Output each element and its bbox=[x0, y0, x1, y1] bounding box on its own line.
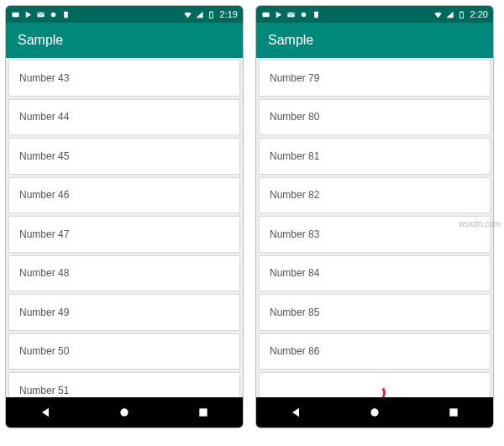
home-icon[interactable] bbox=[118, 406, 131, 419]
list-item[interactable]: Number 81 bbox=[259, 138, 491, 175]
list-item[interactable]: Number 79 bbox=[259, 60, 491, 97]
list-item-label: Number 44 bbox=[19, 111, 69, 123]
app-title: Sample bbox=[268, 33, 313, 48]
signal-icon bbox=[195, 10, 204, 19]
status-left-icons bbox=[261, 10, 321, 19]
mail-icon bbox=[36, 10, 45, 19]
youtube-icon bbox=[11, 10, 20, 19]
list-view[interactable]: Number 43 Number 44 Number 45 Number 46 … bbox=[6, 58, 243, 397]
list-item[interactable]: Number 47 bbox=[8, 216, 240, 253]
list-item-label: Number 49 bbox=[19, 307, 69, 318]
svg-rect-4 bbox=[64, 11, 68, 17]
list-item[interactable]: Number 83 bbox=[259, 216, 491, 253]
status-left-icons bbox=[11, 10, 71, 19]
list-item-label: Number 81 bbox=[270, 150, 319, 162]
wifi-icon bbox=[433, 10, 443, 19]
screenshots-stage: 2:19 Sample Number 43 Number 44 Number 4… bbox=[0, 0, 504, 433]
debug-icon bbox=[49, 10, 58, 19]
youtube-icon bbox=[261, 10, 270, 19]
svg-rect-11 bbox=[262, 12, 269, 17]
debug-icon bbox=[299, 10, 308, 19]
list-item[interactable]: Number 86 bbox=[259, 333, 491, 370]
svg-rect-10 bbox=[199, 408, 207, 416]
list-item-label: Number 45 bbox=[19, 150, 69, 162]
svg-rect-18 bbox=[460, 11, 462, 12]
play-icon bbox=[274, 10, 283, 19]
clock: 2:20 bbox=[470, 9, 488, 19]
list-item[interactable]: Number 82 bbox=[259, 177, 491, 214]
list-item[interactable]: Number 49 bbox=[8, 294, 240, 331]
svg-point-9 bbox=[120, 408, 128, 416]
svg-rect-15 bbox=[314, 11, 318, 17]
home-icon[interactable] bbox=[368, 406, 381, 419]
list-item-label: Number 48 bbox=[19, 267, 69, 279]
list-item-label: Number 84 bbox=[270, 267, 319, 279]
svg-rect-17 bbox=[459, 12, 463, 18]
list-item-label: Number 79 bbox=[270, 72, 319, 84]
list-item-label: Number 86 bbox=[270, 345, 319, 357]
sim-icon bbox=[61, 10, 71, 19]
svg-point-20 bbox=[370, 408, 378, 416]
list-item[interactable]: Number 85 bbox=[259, 294, 491, 331]
back-icon[interactable] bbox=[39, 406, 52, 419]
list-item-label: Number 85 bbox=[270, 307, 319, 318]
app-bar: Sample bbox=[256, 23, 493, 58]
svg-marker-1 bbox=[26, 11, 31, 17]
sim-icon bbox=[312, 10, 321, 19]
svg-marker-5 bbox=[196, 11, 202, 17]
list-item-label: Number 51 bbox=[19, 385, 69, 396]
svg-marker-16 bbox=[446, 11, 453, 17]
list-item[interactable]: Number 46 bbox=[8, 177, 240, 214]
wifi-icon bbox=[183, 10, 192, 19]
svg-rect-0 bbox=[12, 12, 18, 17]
status-bar: 2:19 bbox=[6, 6, 243, 23]
list-item[interactable]: Number 44 bbox=[8, 99, 240, 136]
status-bar: 2:20 bbox=[256, 6, 493, 23]
list-item[interactable]: Number 80 bbox=[259, 99, 491, 136]
status-right-icons: 2:19 bbox=[183, 9, 238, 19]
app-bar: Sample bbox=[6, 23, 243, 58]
list-item-label: Number 83 bbox=[270, 228, 319, 240]
watermark: wsxdn.com bbox=[459, 218, 501, 228]
svg-marker-19 bbox=[292, 408, 299, 417]
svg-rect-7 bbox=[210, 11, 212, 12]
list-item-label: Number 80 bbox=[270, 111, 319, 123]
svg-point-3 bbox=[51, 12, 56, 17]
nav-bar bbox=[6, 397, 243, 428]
list-item[interactable]: Number 51 bbox=[8, 372, 240, 397]
loading-row bbox=[259, 372, 491, 397]
phone-right: 2:20 Sample Number 79 Number 80 Number 8… bbox=[255, 5, 494, 428]
list-item[interactable]: Number 45 bbox=[8, 138, 240, 175]
loading-spinner-icon bbox=[361, 380, 388, 397]
list-item[interactable]: Number 48 bbox=[8, 255, 240, 292]
list-item-label: Number 46 bbox=[19, 189, 69, 201]
recents-icon[interactable] bbox=[197, 406, 210, 419]
list-item-label: Number 43 bbox=[19, 72, 69, 84]
list-item[interactable]: Number 84 bbox=[259, 255, 491, 292]
list-item[interactable]: Number 43 bbox=[8, 60, 240, 97]
svg-point-14 bbox=[302, 12, 307, 17]
list-item-label: Number 82 bbox=[270, 189, 319, 201]
back-icon[interactable] bbox=[289, 406, 302, 419]
list-item-label: Number 50 bbox=[19, 345, 69, 357]
battery-icon bbox=[207, 10, 216, 19]
nav-bar bbox=[256, 397, 493, 428]
svg-marker-12 bbox=[276, 11, 281, 17]
phone-left: 2:19 Sample Number 43 Number 44 Number 4… bbox=[5, 5, 244, 428]
svg-rect-21 bbox=[449, 408, 457, 416]
list-view[interactable]: Number 79 Number 80 Number 81 Number 82 … bbox=[256, 58, 493, 397]
signal-icon bbox=[445, 10, 454, 19]
recents-icon[interactable] bbox=[447, 406, 460, 419]
svg-rect-6 bbox=[209, 12, 213, 18]
list-item-label: Number 47 bbox=[19, 228, 69, 240]
app-title: Sample bbox=[18, 33, 63, 48]
clock: 2:19 bbox=[220, 9, 238, 19]
mail-icon bbox=[286, 10, 296, 19]
battery-icon bbox=[457, 10, 466, 19]
status-right-icons: 2:20 bbox=[433, 9, 488, 19]
svg-marker-8 bbox=[42, 408, 49, 417]
play-icon bbox=[24, 10, 33, 19]
list-item[interactable]: Number 50 bbox=[8, 333, 240, 370]
